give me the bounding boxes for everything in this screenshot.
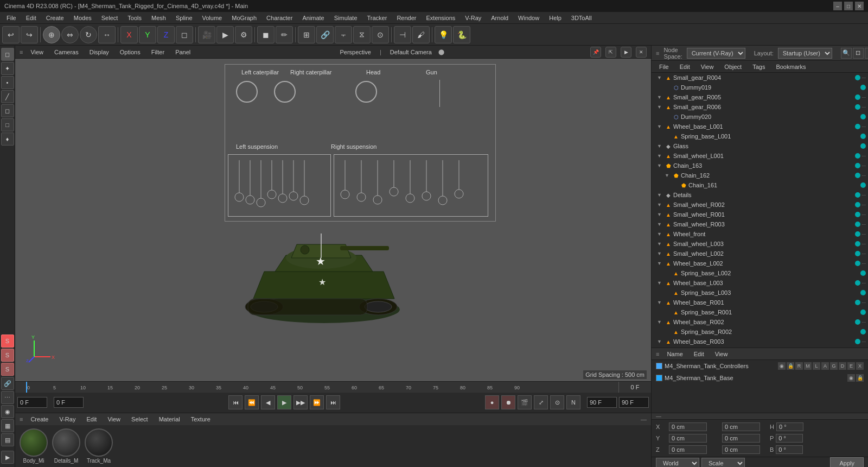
vp-maximize[interactable]: ⇱ <box>605 47 616 58</box>
lt-model[interactable]: ◻ <box>1 48 14 61</box>
obj-toggle[interactable]: ▼ <box>657 143 663 149</box>
menu-file[interactable]: File <box>2 14 21 22</box>
layer-icon-x[interactable]: X <box>856 362 864 370</box>
attr-input-b[interactable] <box>776 445 803 454</box>
obj-toggle[interactable]: ▼ <box>657 241 663 247</box>
layer-icon-a[interactable]: A <box>821 362 829 370</box>
menu-simulate[interactable]: Simulate <box>330 14 362 22</box>
obj-dot-teal[interactable] <box>855 104 860 110</box>
record-button[interactable]: ⚙ <box>235 26 252 43</box>
lt-snap[interactable]: 🔗 <box>1 377 14 390</box>
play-button[interactable]: ▶ <box>216 26 234 43</box>
prev-key-button[interactable]: ⏪ <box>245 395 259 409</box>
obj-row-wheel-base-l001[interactable]: ▼▲Wheel_base_L001··· <box>652 122 868 131</box>
obj-dot-teal[interactable] <box>855 173 860 178</box>
lt-s2[interactable]: S <box>1 349 14 362</box>
menu-window[interactable]: Window <box>514 14 544 22</box>
menu-edit[interactable]: Edit <box>22 14 41 22</box>
mat-item-1[interactable]: Body_Mi <box>20 428 48 464</box>
menu-select[interactable]: Select <box>97 14 123 22</box>
obj-dot-teal[interactable] <box>855 251 860 256</box>
f-curve-button[interactable]: ⤢ <box>534 395 548 409</box>
next-key-button[interactable]: ⏩ <box>310 395 324 409</box>
vp-menu-view[interactable]: View <box>27 48 47 56</box>
obj-row-wheel-base-l003[interactable]: ▼▲Wheel_base_L003··· <box>652 278 868 288</box>
layer-row-controllers[interactable]: M4_Sherman_Tank_Controllers ◉ 🔒 R M L A … <box>652 360 868 372</box>
attr-input-z2[interactable] <box>722 445 760 454</box>
obj-toggle[interactable]: ▼ <box>657 104 663 110</box>
layer-icon-l[interactable]: L <box>813 362 820 370</box>
paint-button[interactable]: ✏ <box>276 26 293 43</box>
obj-dot-teal[interactable] <box>860 270 866 276</box>
lt-texture[interactable]: ✦ <box>1 62 14 75</box>
obj-dot-teal[interactable] <box>860 310 866 315</box>
timeline-btn[interactable]: ⊣ <box>394 26 411 43</box>
obj-toggle[interactable]: ▼ <box>657 251 663 256</box>
lt-uvw[interactable]: □ <box>1 118 14 131</box>
fps-input[interactable] <box>619 397 649 408</box>
x-axis-button[interactable]: X <box>120 26 138 43</box>
obj-dot-teal[interactable] <box>860 134 866 139</box>
play-stop-button[interactable]: ▶ <box>277 395 291 409</box>
attr-input-y2[interactable] <box>722 434 760 443</box>
layer-icon-lock2[interactable]: 🔒 <box>856 374 864 382</box>
obj-row-wheel-base-r003[interactable]: ▼▲Wheel_base_R003··· <box>652 337 868 346</box>
obj-toggle[interactable]: ▼ <box>657 202 663 207</box>
obj-dot-teal[interactable] <box>855 300 860 305</box>
obj-dot-teal[interactable] <box>860 329 866 335</box>
layout-select[interactable]: Startup (User) <box>778 48 832 59</box>
layers-menu-edit[interactable]: Edit <box>691 350 707 358</box>
obj-toggle[interactable]: ▼ <box>657 300 663 305</box>
obj-row-glass[interactable]: ▼◆Glass <box>652 141 868 151</box>
auto-key-button[interactable]: ⏺ <box>501 395 515 409</box>
vp-menu-panel[interactable]: Panel <box>172 48 194 56</box>
layer-icon-vis2[interactable]: ◉ <box>847 374 855 382</box>
obj-toggle[interactable]: ▼ <box>657 319 663 325</box>
apply-button[interactable]: Apply <box>830 457 864 467</box>
obj-row-small-gear-r004[interactable]: ▼▲Small_gear_R004··· <box>652 73 868 83</box>
obj-row-small-wheel-l002[interactable]: ▼▲Small_wheel_L002··· <box>652 249 868 258</box>
obj-menu-view[interactable]: View <box>698 62 717 71</box>
prev-frame-button[interactable]: ◀ <box>261 395 275 409</box>
attr-input-x2[interactable] <box>722 422 760 431</box>
obj-dot-teal[interactable] <box>855 202 860 207</box>
menu-character[interactable]: Character <box>262 14 297 22</box>
mat-menu-view[interactable]: View <box>104 415 124 424</box>
rig-right-cat-circle[interactable] <box>274 81 296 103</box>
obj-dot-teal[interactable] <box>855 94 860 100</box>
shading-button[interactable]: ◼ <box>257 26 275 43</box>
python-button[interactable]: 🐍 <box>453 26 470 43</box>
lt-render[interactable]: ▤ <box>1 433 14 446</box>
rig-head-circle[interactable] <box>355 81 377 103</box>
pin2-button[interactable]: ⊡ <box>853 48 864 59</box>
next-frame-button[interactable]: ▶▶ <box>293 395 308 409</box>
snap-button[interactable]: 🔗 <box>316 26 334 43</box>
obj-toggle[interactable]: ▼ <box>657 153 663 159</box>
mat-expand[interactable]: — <box>641 416 647 422</box>
lt-paint[interactable]: ◉ <box>1 405 14 418</box>
layer-icon-lock[interactable]: 🔒 <box>787 362 794 370</box>
layer-icon-e[interactable]: E <box>847 362 855 370</box>
obj-dot-teal[interactable] <box>855 222 860 227</box>
obj-row-wheel-base-l002[interactable]: ▼▲Wheel_base_L002··· <box>652 258 868 268</box>
end-frame-input[interactable] <box>587 397 617 408</box>
mat-menu-texture[interactable]: Texture <box>188 415 214 424</box>
grid-button[interactable]: ⊞ <box>298 26 315 43</box>
brush-button[interactable]: 🖌 <box>412 26 430 43</box>
obj-toggle[interactable]: ▼ <box>665 173 671 178</box>
obj-menu-bookmarks[interactable]: Bookmarks <box>773 62 809 71</box>
rotate-tool-button[interactable]: ↻ <box>80 26 97 43</box>
record-mode-button[interactable]: ● <box>485 395 499 409</box>
vp-render[interactable]: ▶ <box>621 47 631 58</box>
obj-row-wheel-front[interactable]: ▼▲Wheel_front··· <box>652 229 868 239</box>
menu-create[interactable]: Create <box>42 14 68 22</box>
mirror-button[interactable]: ⫟ <box>335 26 352 43</box>
obj-menu-edit[interactable]: Edit <box>676 62 693 71</box>
layers-menu-name[interactable]: Name <box>663 350 686 358</box>
attr-input-x[interactable] <box>669 422 707 431</box>
menu-mesh[interactable]: Mesh <box>147 14 170 22</box>
vp-menu-display[interactable]: Display <box>86 48 112 56</box>
obj-row-small-wheel-r003[interactable]: ▼▲Small_wheel_R003··· <box>652 219 868 229</box>
world-button[interactable]: ◻ <box>176 26 193 43</box>
obj-row-spring-base-l003[interactable]: ▲Spring_base_L003 <box>652 288 868 298</box>
